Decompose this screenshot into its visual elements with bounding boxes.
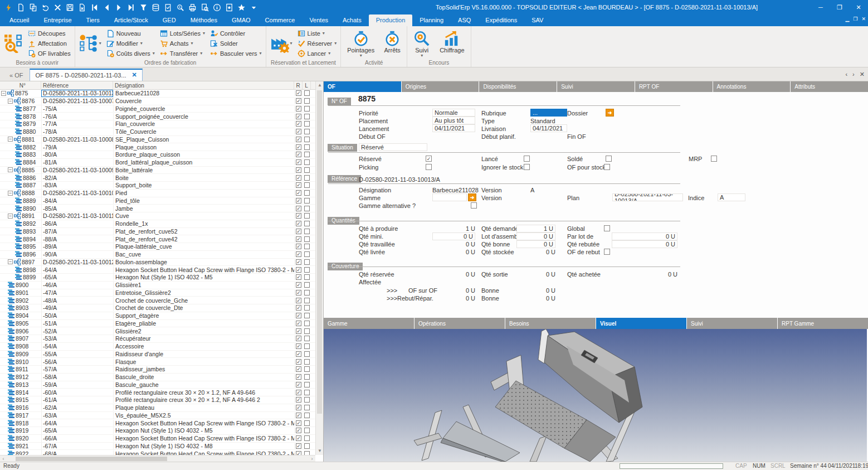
- cell-reference[interactable]: -80/A: [41, 151, 113, 158]
- cell-designation[interactable]: Hexagon Socket Button Head Cap Screw wit…: [113, 450, 294, 455]
- scroll-up-icon[interactable]: ▲: [316, 81, 324, 89]
- table-row[interactable]: −8881 D-02580-2021-11-03-10008/A SE_Plaq…: [0, 136, 315, 144]
- mdi-minimize-icon[interactable]: ▁: [845, 16, 849, 22]
- menu-tab-sav[interactable]: SAV: [524, 14, 550, 26]
- cell-reference[interactable]: -76/A: [41, 113, 113, 120]
- field-input[interactable]: 0 U: [432, 232, 475, 240]
- checkbox-r[interactable]: ✓: [296, 159, 301, 165]
- of-tab-rptof[interactable]: RPT OF: [635, 81, 713, 92]
- cell-designation[interactable]: Hexagon Socket Button Head Cap Screw wit…: [113, 267, 294, 273]
- checkbox-l[interactable]: [304, 190, 310, 196]
- checkbox-r[interactable]: ✓: [296, 251, 301, 257]
- field-checkbox[interactable]: [604, 164, 610, 170]
- table-row[interactable]: 8892 -86/A Rondelle_1x ✓: [0, 220, 315, 228]
- cell-reference[interactable]: -66/A: [41, 435, 113, 442]
- table-row[interactable]: 8879 -77/A Flan_couvercle ✓: [0, 120, 315, 128]
- cell-designation[interactable]: Bascule_droite: [113, 374, 294, 380]
- cell-designation[interactable]: Pied: [113, 190, 294, 196]
- table-row[interactable]: 8884 -81/A Bord_lattéral_plaque_cuisson …: [0, 159, 315, 167]
- table-row[interactable]: 8882 -79/A Plaque_cuisson ✓: [0, 143, 315, 151]
- menu-tab-ventes[interactable]: Ventes: [302, 14, 335, 26]
- table-row[interactable]: 8886 -82/A Boite ✓: [0, 174, 315, 182]
- qat-wizard-button[interactable]: [3, 2, 14, 13]
- column-header-r[interactable]: R: [294, 81, 303, 89]
- checkbox-r[interactable]: ✓: [296, 98, 301, 104]
- tree-collapse-icon[interactable]: −: [8, 191, 13, 196]
- cell-reference[interactable]: -87/A: [41, 228, 113, 235]
- checkbox-r[interactable]: ✓: [296, 221, 301, 226]
- checkbox-r[interactable]: ✓: [296, 229, 301, 234]
- of-tab-annotations[interactable]: Annotations: [713, 81, 791, 92]
- of-tab-suivi[interactable]: Suivi: [557, 81, 635, 92]
- ribbon-decoupes-button[interactable]: Découpes: [27, 28, 72, 38]
- dossier-open-icon[interactable]: ➜: [606, 109, 614, 117]
- ribbon-suivi-button[interactable]: Suivi▾: [410, 30, 433, 58]
- table-row[interactable]: 8890 -85/A Jambe ✓: [0, 205, 315, 212]
- checkbox-l[interactable]: [304, 313, 310, 318]
- cell-reference[interactable]: -58/A: [41, 374, 113, 381]
- checkbox-r[interactable]: ✓: [296, 451, 301, 455]
- column-header-no[interactable]: N°: [0, 81, 41, 89]
- checkbox-l[interactable]: [304, 282, 310, 288]
- ribbon-liste-button[interactable]: Liste▾: [296, 28, 338, 38]
- field-checkbox[interactable]: [606, 156, 612, 162]
- qat-filter-button[interactable]: [138, 2, 149, 13]
- checkbox-l[interactable]: [304, 198, 310, 203]
- minimize-icon[interactable]: ─: [811, 0, 830, 14]
- qat-layers-button[interactable]: [150, 2, 162, 13]
- qat-nav-first-button[interactable]: [89, 2, 100, 13]
- cell-reference[interactable]: -62/A: [41, 404, 113, 411]
- cell-designation[interactable]: Bord_lattéral_plaque_cuisson: [113, 159, 294, 166]
- cell-reference[interactable]: -49/A: [41, 304, 113, 312]
- cell-designation[interactable]: Vis_épaulée_M5X2.5: [113, 412, 294, 419]
- checkbox-r[interactable]: ✓: [296, 321, 301, 326]
- checkbox-r[interactable]: ✓: [296, 336, 301, 341]
- checkbox-l[interactable]: [304, 443, 310, 449]
- cell-reference[interactable]: -89/A: [41, 243, 113, 250]
- checkbox-l[interactable]: [304, 420, 310, 426]
- checkbox-l[interactable]: [304, 413, 310, 418]
- checkbox-r[interactable]: ✓: [296, 405, 301, 410]
- checkbox-r[interactable]: ✓: [296, 259, 301, 265]
- cell-designation[interactable]: Profilé rectangulaire creux 30 × 20 × 1.…: [113, 396, 294, 403]
- checkbox-r[interactable]: ✓: [296, 328, 301, 334]
- checkbox-r[interactable]: ✓: [296, 114, 301, 119]
- field-checkbox[interactable]: [426, 164, 432, 170]
- table-row[interactable]: 8883 -80/A Bordure_plaque_cuisson ✓: [0, 151, 315, 159]
- cell-reference[interactable]: D-02580-2021-11-03-10011/A: [41, 212, 113, 220]
- horizontal-scrollbar[interactable]: ‹ ›: [0, 455, 315, 462]
- checkbox-l[interactable]: [304, 351, 310, 357]
- tree-collapse-icon[interactable]: −: [8, 167, 13, 172]
- field-checkbox[interactable]: [524, 156, 530, 162]
- checkbox-r[interactable]: ✓: [296, 236, 301, 242]
- ribbon-affectation-button[interactable]: Affectation: [27, 38, 72, 49]
- cell-reference[interactable]: -60/A: [41, 389, 113, 396]
- qat-search-settings-button[interactable]: [174, 2, 186, 13]
- checkbox-l[interactable]: [304, 343, 310, 349]
- mdi-close-icon[interactable]: ✕: [861, 16, 866, 22]
- ribbon-besoins-button[interactable]: [3, 33, 24, 54]
- checkbox-l[interactable]: [304, 274, 310, 280]
- checkbox-r[interactable]: ✓: [296, 397, 301, 403]
- cell-designation[interactable]: Bordure_plaque_cuisson: [113, 151, 294, 158]
- ribbon-arrets-button[interactable]: Arrêts: [381, 30, 404, 58]
- checkbox-l[interactable]: [304, 390, 310, 395]
- of-tab-attributs[interactable]: Attributs: [791, 81, 868, 92]
- cell-designation[interactable]: Bac_cuve: [113, 251, 294, 258]
- qat-nav-next-button[interactable]: [113, 2, 125, 13]
- table-row[interactable]: 8911 -57/A Raidisseur_jambes ✓: [0, 366, 315, 374]
- cell-designation[interactable]: Flan_couvercle: [113, 120, 294, 127]
- table-row[interactable]: −8876 D-02580-2021-11-03-10007/A Couverc…: [0, 98, 315, 105]
- cell-designation[interactable]: Boite: [113, 175, 294, 181]
- table-row[interactable]: 8905 -51/A Etagère_pliable ✓: [0, 320, 315, 328]
- column-header-reference[interactable]: Référence: [41, 81, 113, 89]
- checkbox-l[interactable]: [304, 129, 310, 134]
- livraison-input[interactable]: 04/11/2021: [530, 124, 567, 132]
- checkbox-l[interactable]: [304, 321, 310, 326]
- checkbox-r[interactable]: ✓: [296, 152, 301, 157]
- cell-designation[interactable]: Flasque: [113, 358, 294, 365]
- cell-reference[interactable]: -77/A: [41, 120, 113, 128]
- field-checkbox[interactable]: [471, 202, 477, 209]
- checkbox-l[interactable]: [304, 137, 310, 142]
- cell-reference[interactable]: D-02580-2021-11-03-10013/A: [41, 90, 113, 97]
